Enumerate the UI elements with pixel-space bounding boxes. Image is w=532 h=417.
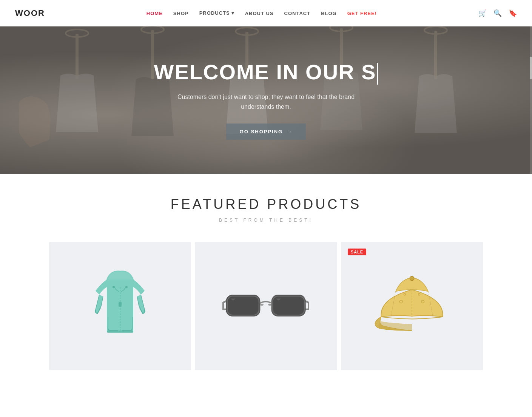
cap-illustration [369, 268, 455, 344]
svg-rect-8 [434, 31, 437, 79]
nav-item-about[interactable]: ABOUT US [245, 10, 274, 17]
svg-rect-0 [76, 34, 79, 79]
svg-point-13 [113, 286, 115, 288]
cart-icon[interactable]: 🛒 [478, 9, 487, 17]
nav-item-blog[interactable]: BLOG [321, 10, 337, 17]
nav-item-contact[interactable]: CONTACT [284, 10, 311, 17]
text-cursor [377, 63, 378, 85]
sale-badge: SALE [348, 249, 366, 255]
svg-rect-12 [107, 331, 133, 333]
go-shopping-button[interactable]: GO SHOPPING → [226, 124, 306, 140]
navbar: WOOR HOME SHOP PRODUCTS ▾ ABOUT US CONTA… [0, 0, 532, 26]
hero-title: WELCOME IN OUR S [154, 60, 378, 85]
product-card-sunglasses[interactable] [195, 242, 337, 370]
product-card-cap[interactable]: SALE [341, 242, 483, 370]
svg-point-21 [410, 276, 414, 281]
svg-point-20 [268, 304, 272, 306]
sunglasses-illustration [222, 281, 309, 331]
arrow-icon: → [287, 129, 292, 134]
nav-link-about[interactable]: ABOUT US [245, 11, 274, 16]
nav-label-products: PRODUCTS [199, 10, 230, 16]
hero-scrollbar [530, 26, 532, 174]
nav-menu: HOME SHOP PRODUCTS ▾ ABOUT US CONTACT BL… [146, 10, 377, 17]
nav-link-getfree[interactable]: GET FREE! [347, 11, 377, 16]
search-icon[interactable]: 🔍 [493, 9, 502, 17]
featured-title: FEATURED PRODUCTS [15, 196, 517, 212]
brand-logo[interactable]: WOOR [15, 8, 45, 18]
nav-icons: 🛒 🔍 🔖 [478, 9, 517, 17]
hero-section: WELCOME IN OUR S Customers don't just wa… [0, 26, 532, 174]
scrollbar-thumb [530, 57, 532, 79]
nav-item-shop[interactable]: SHOP [173, 10, 189, 17]
nav-item-getfree[interactable]: GET FREE! [347, 10, 377, 17]
bookmark-icon[interactable]: 🔖 [509, 9, 517, 17]
product-card-hoodie[interactable] [49, 242, 191, 370]
nav-item-products[interactable]: PRODUCTS ▾ [199, 10, 234, 16]
svg-point-19 [260, 304, 264, 306]
hoodie-illustration [79, 264, 162, 348]
hero-subtitle: Customers don't just want to shop; they … [175, 92, 356, 111]
featured-subtitle: BEST FROM THE BEST! [15, 218, 517, 223]
nav-link-contact[interactable]: CONTACT [284, 11, 311, 16]
chevron-down-icon: ▾ [231, 10, 234, 16]
nav-link-blog[interactable]: BLOG [321, 11, 337, 16]
nav-link-home[interactable]: HOME [146, 11, 163, 16]
nav-link-shop[interactable]: SHOP [173, 11, 189, 16]
hero-content: WELCOME IN OUR S Customers don't just wa… [146, 60, 386, 140]
svg-rect-11 [119, 302, 122, 307]
featured-section: FEATURED PRODUCTS BEST FROM THE BEST! [0, 174, 532, 385]
nav-item-home[interactable]: HOME [146, 10, 163, 17]
product-grid: SALE [49, 242, 483, 370]
svg-point-14 [125, 286, 128, 288]
